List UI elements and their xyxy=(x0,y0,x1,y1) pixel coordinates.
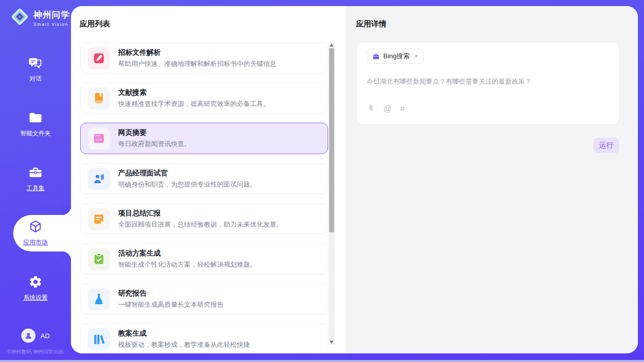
briefcase-icon xyxy=(372,53,380,60)
user-profile[interactable]: AD xyxy=(0,329,71,343)
app-card-desc: 全面回顾项目进展，总结经验教训，助力未来优化发展。 xyxy=(118,220,283,229)
sidebar-item-label: 智能文件夹 xyxy=(0,129,71,138)
cube-icon xyxy=(28,220,43,234)
toolbox-icon xyxy=(28,165,43,179)
brand: 神州问学 Smart Vision xyxy=(10,7,70,28)
app-card-research-report[interactable]: 研究报告 一键智能生成高质量长文本研究报告 xyxy=(80,283,328,314)
scroll-up-icon[interactable] xyxy=(330,44,334,47)
books-icon xyxy=(88,328,110,350)
app-card-desc: 明确身份和职责，为您提供专业性的面试问题。 xyxy=(118,180,257,189)
sidebar-item-label: 对话 xyxy=(0,75,71,83)
app-list-panel: 应用列表 招标文件解析 帮助用户快速、准确地理解和解析招标书中的关键信息 xyxy=(71,6,346,353)
brand-subtitle: Smart Vision xyxy=(33,22,70,27)
app-card-title: 活动方案生成 xyxy=(118,249,257,258)
sidebar-item-label: 应用市场 xyxy=(0,238,71,247)
composer-card[interactable]: Bing搜索 × 今日湖北有哪些新闻要点？有哪些需要关注的最新政策？ @ # xyxy=(356,42,620,125)
app-card-list: 招标文件解析 帮助用户快速、准确地理解和解析招标书中的关键信息 文献搜索 快速精… xyxy=(80,43,328,353)
app-card-desc: 帮助用户快速、准确地理解和解析招标书中的关键信息 xyxy=(118,59,276,68)
scrollbar[interactable] xyxy=(329,43,335,345)
scrollbar-thumb[interactable] xyxy=(329,48,334,232)
app-card-desc: 一键智能生成高质量长文本研究报告 xyxy=(118,300,224,309)
app-card-bid-doc-analysis[interactable]: 招标文件解析 帮助用户快速、准确地理解和解析招标书中的关键信息 xyxy=(80,43,328,74)
folder-icon xyxy=(28,111,43,125)
edit-doc-icon xyxy=(88,47,110,69)
brand-logo-icon xyxy=(10,7,29,28)
sidebar-item-app-market[interactable]: 应用市场 xyxy=(0,220,71,247)
browser-code-icon: </> xyxy=(88,127,110,150)
svg-text:</>: </> xyxy=(96,137,102,142)
app-card-literature-search[interactable]: 文献搜索 快速精准查找学术资源，提高研究效率的必备工具。 xyxy=(80,83,328,114)
app-card-web-summary[interactable]: </> 网页摘要 每日政府新闻资讯快查。 xyxy=(80,123,328,154)
app-card-title: 文献搜索 xyxy=(118,88,270,97)
sidebar-footer: ©神州数码·神州问学出品 xyxy=(0,348,71,355)
gear-icon xyxy=(28,275,43,289)
composer-toolbar: @ # xyxy=(367,104,405,114)
app-card-pm-interviewer[interactable]: 产品经理面试官 明确身份和职责，为您提供专业性的面试问题。 xyxy=(80,163,328,194)
content-area: 应用列表 招标文件解析 帮助用户快速、准确地理解和解析招标书中的关键信息 xyxy=(71,6,638,353)
sidebar-item-label: 系统设置 xyxy=(0,294,71,302)
brand-name: 神州问学 xyxy=(33,9,70,21)
app-detail-panel: 应用详情 Bing搜索 × 今日湖北有哪些新闻要点？有哪些需要关注的最新政策？ xyxy=(346,6,638,353)
scroll-down-icon[interactable] xyxy=(330,341,334,344)
app-card-title: 招标文件解析 xyxy=(118,48,276,57)
app-card-title: 网页摘要 xyxy=(118,128,191,137)
prompt-input[interactable]: 今日湖北有哪些新闻要点？有哪些需要关注的最新政策？ xyxy=(367,77,609,86)
app-list-title: 应用列表 xyxy=(80,19,110,29)
app-card-desc: 模板驱动，教案秒成，教学准备从此轻松快捷 xyxy=(118,340,250,349)
app-card-title: 项目总结汇报 xyxy=(118,209,283,218)
bing-search-tag[interactable]: Bing搜索 × xyxy=(367,49,423,64)
sidebar-item-chat[interactable]: 对话 xyxy=(0,56,71,83)
app-detail-title: 应用详情 xyxy=(356,19,386,29)
chat-icon xyxy=(28,56,43,70)
app-card-desc: 每日政府新闻资讯快查。 xyxy=(118,139,191,149)
app-card-title: 教案生成 xyxy=(118,329,250,338)
person-icon xyxy=(24,331,33,340)
app-window: 神州问学 Smart Vision 对话 智能文件夹 xyxy=(0,0,644,362)
sidebar-item-toolbox[interactable]: 工具集 xyxy=(0,165,71,193)
app-card-desc: 智能生成个性化活动方案，轻松解决规划难题。 xyxy=(118,260,257,269)
interviewer-icon xyxy=(88,168,110,190)
attachment-icon[interactable] xyxy=(367,104,375,114)
sidebar-item-smart-folder[interactable]: 智能文件夹 xyxy=(0,111,71,138)
run-button[interactable]: 运行 xyxy=(593,138,619,153)
app-card-project-summary[interactable]: 项目总结汇报 全面回顾项目进展，总结经验教训，助力未来优化发展。 xyxy=(80,203,328,234)
sidebar-item-settings[interactable]: 系统设置 xyxy=(0,275,71,302)
flask-icon xyxy=(88,288,110,310)
close-icon[interactable]: × xyxy=(414,53,418,60)
sidebar-item-label: 工具集 xyxy=(0,184,71,193)
sidebar: 神州问学 Smart Vision 对话 智能文件夹 xyxy=(0,0,71,362)
note-icon xyxy=(88,208,110,230)
app-card-lesson-plan[interactable]: 教案生成 模板驱动，教案秒成，教学准备从此轻松快捷 xyxy=(80,323,328,353)
avatar xyxy=(21,329,35,343)
hash-icon[interactable]: # xyxy=(400,104,405,114)
tag-label: Bing搜索 xyxy=(383,52,410,61)
book-icon xyxy=(88,87,110,110)
mention-icon[interactable]: @ xyxy=(383,104,391,114)
clipboard-check-icon xyxy=(88,248,110,270)
app-card-event-plan[interactable]: 活动方案生成 智能生成个性化活动方案，轻松解决规划难题。 xyxy=(80,243,328,274)
user-name: AD xyxy=(41,332,50,340)
app-card-title: 研究报告 xyxy=(118,289,224,298)
app-card-title: 产品经理面试官 xyxy=(118,169,257,178)
app-card-desc: 快速精准查找学术资源，提高研究效率的必备工具。 xyxy=(118,99,270,108)
